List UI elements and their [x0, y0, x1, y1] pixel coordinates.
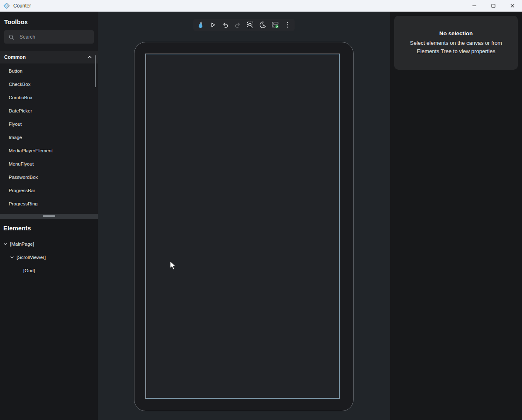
- device-frame: [134, 42, 354, 411]
- close-button[interactable]: [503, 0, 522, 12]
- splitter-handle-icon: [43, 215, 55, 217]
- toolbox-panel: Toolbox Common ButtonCheckBoxComboBoxDat…: [0, 12, 98, 214]
- toolbox-search[interactable]: [4, 30, 94, 44]
- redo-icon[interactable]: [232, 19, 244, 31]
- properties-panel: No selection Select elements on the canv…: [390, 12, 522, 420]
- search-input[interactable]: [20, 34, 90, 40]
- search-icon: [8, 34, 15, 40]
- hot-design-flame-icon[interactable]: [194, 19, 207, 31]
- elements-title: Elements: [0, 219, 98, 232]
- device-screen-canvas[interactable]: [146, 54, 339, 398]
- chevron-down-icon[interactable]: [9, 254, 15, 260]
- undo-icon[interactable]: [219, 19, 232, 31]
- toolbox-item-datepicker[interactable]: DatePicker: [0, 104, 98, 117]
- section-label: Common: [4, 54, 26, 60]
- no-selection-message: Select elements on the canvas or from El…: [402, 39, 510, 55]
- minimize-icon: [472, 3, 477, 8]
- chevron-down-icon[interactable]: [2, 241, 8, 247]
- tree-item-label: [MainPage]: [10, 242, 34, 247]
- toolbox-item-combobox[interactable]: ComboBox: [0, 91, 98, 104]
- toolbox-item-flyout[interactable]: Flyout: [0, 117, 98, 131]
- toolbox-item-button[interactable]: Button: [0, 64, 98, 78]
- no-selection-card: No selection Select elements on the canv…: [394, 16, 518, 70]
- toolbox-item-image[interactable]: Image: [0, 131, 98, 144]
- panel-splitter[interactable]: [0, 214, 98, 219]
- toolbox-item-checkbox[interactable]: CheckBox: [0, 78, 98, 91]
- tree-item-label: [ScrollViewer]: [17, 255, 46, 260]
- theme-toggle-moon-icon[interactable]: [256, 19, 269, 31]
- toolbox-section-common[interactable]: Common: [0, 51, 98, 63]
- app-logo-icon: [3, 2, 10, 9]
- connection-status-icon[interactable]: [269, 19, 281, 31]
- tree-item-label: [Grid]: [23, 268, 35, 273]
- toolbox-item-progressbar[interactable]: ProgressBar: [0, 184, 98, 197]
- toolbox-item-list: ButtonCheckBoxComboBoxDatePickerFlyoutIm…: [0, 63, 98, 210]
- tree-item-scrollviewer[interactable]: [ScrollViewer]: [0, 251, 98, 264]
- design-canvas[interactable]: [98, 12, 390, 420]
- tree-item-grid[interactable]: [Grid]: [0, 264, 98, 277]
- toolbox-item-passwordbox[interactable]: PasswordBox: [0, 171, 98, 184]
- maximize-icon: [491, 3, 496, 8]
- maximize-button[interactable]: [484, 0, 503, 12]
- toolbox-item-progressring[interactable]: ProgressRing: [0, 197, 98, 210]
- no-selection-title: No selection: [439, 30, 473, 37]
- toolbox-title: Toolbox: [0, 12, 98, 25]
- toolbox-item-mediaplayerelement[interactable]: MediaPlayerElement: [0, 144, 98, 157]
- zoom-to-fit-icon[interactable]: [244, 19, 256, 31]
- close-icon: [510, 3, 515, 8]
- toolbox-scrollbar[interactable]: [95, 55, 96, 87]
- window-title: Counter: [13, 3, 31, 9]
- elements-panel: Elements [MainPage][ScrollViewer][Grid]: [0, 219, 98, 420]
- left-panel: Toolbox Common ButtonCheckBoxComboBoxDat…: [0, 12, 98, 420]
- more-options-icon[interactable]: [281, 19, 294, 31]
- titlebar: Counter: [0, 0, 522, 12]
- elements-tree: [MainPage][ScrollViewer][Grid]: [0, 237, 98, 277]
- tree-item-mainpage[interactable]: [MainPage]: [0, 237, 98, 251]
- window-controls: [465, 0, 522, 12]
- toolbox-item-menuflyout[interactable]: MenuFlyout: [0, 157, 98, 171]
- design-toolbar: [193, 19, 295, 31]
- play-icon[interactable]: [207, 19, 219, 31]
- minimize-button[interactable]: [465, 0, 484, 12]
- chevron-up-icon[interactable]: [86, 54, 93, 61]
